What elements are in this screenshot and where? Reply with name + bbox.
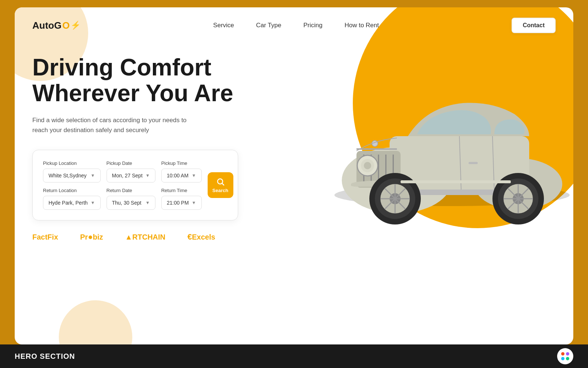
return-location-group: Return Location Hyde Park, Perth ▼ <box>43 188 101 210</box>
return-date-group: Return Date Thu, 30 Sept ▼ <box>107 188 155 210</box>
pickup-date-value: Mon, 27 Sept <box>112 173 143 178</box>
hero-content: Driving Comfort Wherever You Are Find a … <box>15 43 265 220</box>
svg-rect-35 <box>469 162 478 164</box>
hero-title: Driving Comfort Wherever You Are <box>32 54 247 106</box>
return-date-label: Return Date <box>107 188 155 193</box>
pickup-location-value: White St,Sydney <box>49 173 87 178</box>
nav-pricing[interactable]: Pricing <box>303 22 322 29</box>
hero-title-line2: Wherever You Are <box>32 80 233 106</box>
pickup-date-select[interactable]: Mon, 27 Sept ▼ <box>107 169 155 183</box>
search-icon <box>216 177 225 186</box>
partner-excels[interactable]: €Excels <box>187 232 215 242</box>
pickup-location-label: Pickup Location <box>43 160 101 166</box>
pickup-time-group: Pickup Time 10:00 AM ▼ <box>161 160 202 183</box>
hero-title-line1: Driving Comfort <box>32 54 211 81</box>
navbar: AutoGO⚡ Service Car Type Pricing How to … <box>15 7 573 43</box>
pickup-location-select[interactable]: White St,Sydney ▼ <box>43 169 101 183</box>
pickup-date-label: Pickup Date <box>107 160 155 166</box>
nav-links: Service Car Type Pricing How to Rent <box>213 22 379 29</box>
logo-text: AutoG <box>32 20 61 31</box>
logo-o: O <box>62 20 69 31</box>
deco-circle-bottom-left <box>59 300 132 344</box>
svg-point-14 <box>364 162 371 169</box>
nav-how-to-rent[interactable]: How to Rent <box>344 22 379 29</box>
partner-excels-text: Excels <box>192 233 215 241</box>
return-time-value: 21:00 PM <box>167 200 189 206</box>
return-location-select[interactable]: Hyde Park, Perth ▼ <box>43 196 101 210</box>
figma-dot-blue <box>561 357 564 360</box>
partner-factfix[interactable]: FactFix <box>32 233 58 241</box>
return-time-select[interactable]: 21:00 PM ▼ <box>161 196 202 210</box>
return-location-chevron: ▼ <box>91 200 95 205</box>
svg-line-37 <box>222 183 223 185</box>
contact-button[interactable]: Contact <box>512 18 556 33</box>
figma-dot-purple <box>566 352 569 355</box>
pickup-location-chevron: ▼ <box>91 173 95 178</box>
svg-rect-34 <box>401 180 511 183</box>
bottom-bar: HERO SECTION <box>0 344 588 368</box>
search-form: Pickup Location White St,Sydney ▼ Pickup… <box>32 150 238 220</box>
hero-subtitle: Find a wide selection of cars according … <box>32 115 201 135</box>
pickup-time-label: Pickup Time <box>161 160 202 166</box>
partner-probiz[interactable]: Pr●biz <box>80 232 103 242</box>
pickup-time-value: 10:00 AM <box>167 173 189 178</box>
pickup-location-group: Pickup Location White St,Sydney ▼ <box>43 160 101 183</box>
search-btn-label: Search <box>212 188 228 193</box>
return-location-value: Hyde Park, Perth <box>49 200 88 206</box>
return-date-select[interactable]: Thu, 30 Sept ▼ <box>107 196 155 210</box>
figma-dot-green <box>566 357 569 360</box>
partner-artchain-text: RTCHAIN <box>132 233 165 241</box>
section-label: HERO SECTION <box>15 352 75 361</box>
partner-excels-icon: € <box>187 232 192 241</box>
nav-car-type[interactable]: Car Type <box>256 22 282 29</box>
partner-artchain[interactable]: ▲RTCHAIN <box>125 233 165 241</box>
return-time-group: Return Time 21:00 PM ▼ <box>161 188 202 210</box>
return-location-label: Return Location <box>43 188 101 193</box>
logo-icon: ⚡ <box>71 21 80 30</box>
nav-service[interactable]: Service <box>213 22 234 29</box>
partner-probiz-dot: ● <box>88 232 93 241</box>
pickup-time-chevron: ▼ <box>192 173 196 178</box>
partner-probiz-rest: biz <box>93 233 103 241</box>
partner-artchain-icon: ▲ <box>125 233 132 241</box>
pickup-date-chevron: ▼ <box>146 173 150 178</box>
partner-probiz-text: Pr <box>80 233 88 241</box>
return-time-label: Return Time <box>161 188 202 193</box>
figma-dot-red <box>561 352 564 355</box>
pickup-time-select[interactable]: 10:00 AM ▼ <box>161 169 202 183</box>
partners-section: FactFix Pr●biz ▲RTCHAIN €Excels <box>15 220 573 254</box>
figma-icon[interactable] <box>557 348 573 364</box>
figma-dots <box>561 352 569 360</box>
pickup-date-group: Pickup Date Mon, 27 Sept ▼ <box>107 160 155 183</box>
return-date-value: Thu, 30 Sept <box>112 200 141 206</box>
return-date-chevron: ▼ <box>146 200 150 205</box>
search-button[interactable]: Search <box>208 172 233 198</box>
return-time-chevron: ▼ <box>192 200 196 205</box>
logo: AutoGO⚡ <box>32 20 80 31</box>
